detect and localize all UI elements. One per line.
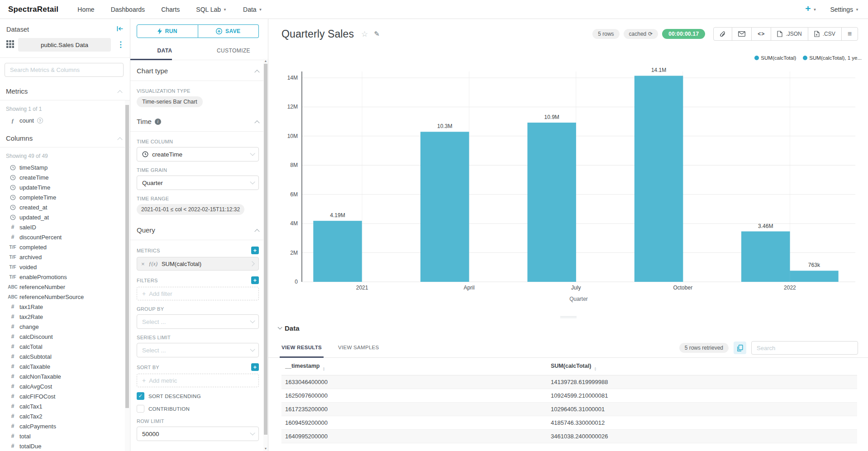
export-csv-button[interactable]: .CSV bbox=[808, 28, 842, 40]
column-item[interactable]: #totalDue bbox=[0, 441, 130, 451]
column-item[interactable]: T/Fvoided bbox=[0, 262, 130, 272]
column-item[interactable]: #calcNonTaxable bbox=[0, 371, 130, 381]
export-json-button[interactable]: .JSON bbox=[771, 28, 808, 40]
chart-menu-button[interactable]: ≡ bbox=[842, 28, 858, 40]
column-item[interactable]: #calcTax1 bbox=[0, 401, 130, 411]
scrollbar-thumb[interactable] bbox=[264, 64, 267, 435]
column-item[interactable]: ABCreferenceNumber bbox=[0, 282, 130, 292]
tab-view-results[interactable]: VIEW RESULTS bbox=[281, 338, 322, 357]
add-metric-icon[interactable]: + bbox=[251, 247, 259, 254]
nav-item-home[interactable]: Home bbox=[77, 6, 94, 13]
add-filter-box[interactable]: +Add filter bbox=[137, 287, 259, 300]
x-axis-tick-label: 2022 bbox=[784, 285, 796, 291]
column-item[interactable]: #calcTax2 bbox=[0, 411, 130, 421]
column-item[interactable]: #calcDiscount bbox=[0, 332, 130, 342]
column-item[interactable]: timeStamp bbox=[0, 162, 130, 172]
scrollbar-thumb[interactable] bbox=[125, 105, 129, 408]
bar[interactable] bbox=[313, 221, 362, 282]
column-item[interactable]: created_at bbox=[0, 202, 130, 212]
column-item[interactable]: completeTime bbox=[0, 192, 130, 202]
column-item[interactable]: #discountPercent bbox=[0, 232, 130, 242]
nav-item-sql-lab[interactable]: SQL Lab▼ bbox=[196, 6, 227, 13]
query-section-header[interactable]: Query bbox=[137, 219, 259, 240]
legend-item[interactable]: SUM(calcTotal), 1 ye... bbox=[803, 55, 862, 61]
edit-title-icon[interactable]: ✎ bbox=[374, 30, 380, 38]
column-item[interactable]: #calcSubtotal bbox=[0, 351, 130, 361]
chart-type-section-header[interactable]: Chart type bbox=[137, 60, 259, 81]
nav-item-dashboards[interactable]: Dashboards bbox=[111, 6, 145, 13]
nav-item-data[interactable]: Data▼ bbox=[243, 6, 262, 13]
column-item[interactable]: #calcTotal bbox=[0, 342, 130, 351]
metric-item[interactable]: ƒcount? bbox=[0, 115, 130, 126]
new-item-button[interactable]: +▼ bbox=[805, 5, 816, 14]
settings-menu[interactable]: Settings▼ bbox=[830, 6, 859, 13]
row-limit-select[interactable]: 50000 bbox=[137, 427, 259, 441]
email-button[interactable] bbox=[732, 28, 752, 40]
bar[interactable] bbox=[790, 271, 839, 282]
legend-item[interactable]: SUM(calcTotal) bbox=[754, 55, 796, 61]
data-section-header[interactable]: Data bbox=[268, 322, 868, 334]
share-link-button[interactable] bbox=[714, 28, 732, 40]
add-sort-metric-icon[interactable]: + bbox=[251, 363, 259, 371]
bar[interactable] bbox=[634, 76, 683, 282]
column-item[interactable]: T/Fcompleted bbox=[0, 242, 130, 252]
table-row: 162509760000010924599.210000081 bbox=[281, 389, 857, 403]
column-item[interactable]: #calcPayments bbox=[0, 421, 130, 431]
save-button[interactable]: SAVE bbox=[198, 24, 259, 38]
dataset-name-chip[interactable]: public.Sales Data bbox=[18, 38, 111, 52]
dataset-options-icon[interactable]: ⋮ bbox=[115, 42, 126, 48]
advanced-analytics-section-header[interactable]: Advanced Analyticsi bbox=[137, 448, 259, 451]
collapse-panel-icon[interactable] bbox=[117, 26, 124, 33]
metrics-section-header[interactable]: Metrics bbox=[0, 81, 130, 100]
add-filter-icon[interactable]: + bbox=[251, 276, 259, 284]
sort-descending-checkbox[interactable]: ✓ SORT DESCENDING bbox=[137, 392, 259, 400]
copy-data-button[interactable] bbox=[734, 342, 746, 354]
table-cell: 1625097600000 bbox=[281, 389, 547, 403]
tab-data[interactable]: DATA bbox=[130, 43, 199, 60]
sidebar-scrollbar[interactable] bbox=[125, 100, 129, 451]
add-sort-metric-box[interactable]: +Add metric bbox=[137, 374, 259, 387]
favorite-star-icon[interactable]: ☆ bbox=[361, 29, 368, 39]
series-limit-select[interactable]: Select ... bbox=[137, 343, 259, 357]
time-column-select[interactable]: createTime bbox=[137, 147, 259, 161]
column-item[interactable]: #saleID bbox=[0, 222, 130, 232]
group-by-select[interactable]: Select ... bbox=[137, 314, 259, 329]
column-item[interactable]: ABCreferenceNumberSource bbox=[0, 292, 130, 302]
resize-drag-handle[interactable] bbox=[560, 315, 577, 319]
search-metrics-columns-input[interactable] bbox=[5, 63, 124, 77]
results-column-header[interactable]: SUM(calcTotal)▲▼ bbox=[547, 359, 857, 375]
column-item[interactable]: #calcAvgCost bbox=[0, 381, 130, 391]
app-logo[interactable]: SpectraRetail bbox=[8, 5, 58, 14]
column-item[interactable]: createTime bbox=[0, 172, 130, 182]
column-item[interactable]: updateTime bbox=[0, 182, 130, 192]
metric-chip[interactable]: × ƒ(x) SUM(calcTotal) bbox=[137, 257, 259, 271]
remove-metric-icon[interactable]: × bbox=[141, 261, 145, 267]
column-item[interactable]: #calcFIFOCost bbox=[0, 391, 130, 401]
bar[interactable] bbox=[741, 232, 790, 282]
column-item[interactable]: T/Farchived bbox=[0, 252, 130, 262]
column-item[interactable]: #change bbox=[0, 322, 130, 332]
run-button[interactable]: RUN bbox=[137, 24, 198, 38]
nav-item-charts[interactable]: Charts bbox=[161, 6, 180, 13]
column-item[interactable]: #tax1Rate bbox=[0, 302, 130, 312]
control-panel-scrollbar[interactable]: ▲ ▼ bbox=[263, 59, 268, 451]
contribution-checkbox[interactable]: CONTRIBUTION bbox=[137, 405, 259, 413]
column-item[interactable]: #total bbox=[0, 431, 130, 441]
column-item[interactable]: #calcTaxable bbox=[0, 361, 130, 371]
tab-customize[interactable]: CUSTOMIZE bbox=[199, 43, 268, 60]
columns-section-header[interactable]: Columns bbox=[0, 128, 130, 147]
embed-code-button[interactable]: <> bbox=[752, 28, 771, 40]
time-range-chip[interactable]: 2021-01-01 ≤ col < 2022-02-15T11:12:32 bbox=[137, 204, 244, 215]
results-search-input[interactable] bbox=[751, 341, 858, 355]
column-item[interactable]: updated_at bbox=[0, 212, 130, 222]
viz-type-chip[interactable]: Time-series Bar Chart bbox=[137, 96, 203, 107]
column-item[interactable]: T/FenablePromotions bbox=[0, 272, 130, 282]
bar[interactable] bbox=[420, 132, 469, 282]
column-item[interactable]: #tax2Rate bbox=[0, 312, 130, 322]
time-grain-select[interactable]: Quarter bbox=[137, 176, 259, 190]
cached-badge[interactable]: cached⟳ bbox=[624, 29, 658, 39]
tab-view-samples[interactable]: VIEW SAMPLES bbox=[338, 338, 379, 357]
results-column-header[interactable]: __timestamp▲▼ bbox=[281, 359, 547, 375]
time-section-header[interactable]: Timei bbox=[137, 111, 259, 131]
bar[interactable] bbox=[527, 123, 576, 282]
